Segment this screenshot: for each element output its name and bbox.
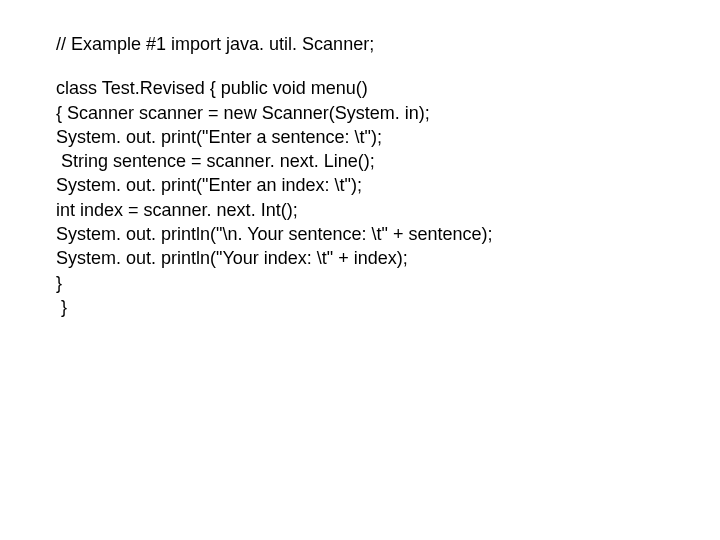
code-line: System. out. print("Enter an index: \t")… <box>56 173 720 197</box>
blank-line <box>56 56 720 76</box>
code-line: { Scanner scanner = new Scanner(System. … <box>56 101 720 125</box>
code-comment: // Example #1 import java. util. Scanner… <box>56 32 720 56</box>
code-line: System. out. print("Enter a sentence: \t… <box>56 125 720 149</box>
code-line: } <box>56 271 720 295</box>
code-line: System. out. println("Your index: \t" + … <box>56 246 720 270</box>
code-line: } <box>56 295 720 319</box>
code-block: // Example #1 import java. util. Scanner… <box>0 0 720 319</box>
code-line: int index = scanner. next. Int(); <box>56 198 720 222</box>
code-line: class Test.Revised { public void menu() <box>56 76 720 100</box>
code-line: System. out. println("\n. Your sentence:… <box>56 222 720 246</box>
code-line: String sentence = scanner. next. Line(); <box>56 149 720 173</box>
